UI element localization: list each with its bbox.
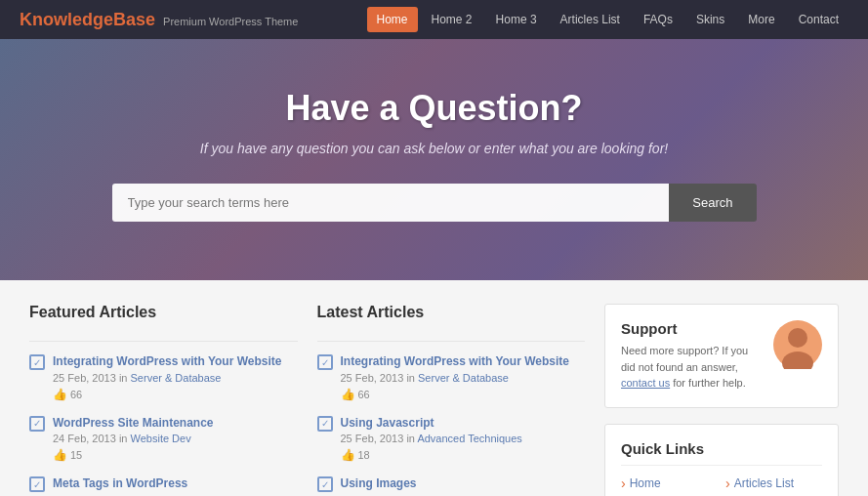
nav-item-skins[interactable]: Skins [686, 7, 734, 32]
article-content: Using Javascript 25 Feb, 2013 in Advance… [341, 415, 586, 463]
article-likes: 👍 18 [341, 448, 586, 462]
nav-item-home2[interactable]: Home 2 [422, 7, 482, 32]
nav-link-home3[interactable]: Home 3 [486, 7, 547, 32]
support-box: Support Need more support? If you did no… [604, 304, 839, 408]
article-meta: 24 Feb, 2013 in Website Dev [53, 433, 298, 444]
article-icon [29, 476, 45, 492]
logo-part1: Knowledge [20, 10, 113, 29]
nav-link-home[interactable]: Home [367, 7, 418, 32]
nav-link-skins[interactable]: Skins [686, 7, 734, 32]
article-title[interactable]: Integrating WordPress with Your Website [53, 354, 281, 368]
svg-point-1 [788, 328, 807, 348]
featured-divider [29, 341, 298, 342]
latest-title: Latest Articles [317, 304, 586, 327]
logo-part2: Base [113, 10, 155, 29]
nav-item-home3[interactable]: Home 3 [486, 7, 547, 32]
quick-links-grid: Home Articles List FAQs Contact [621, 475, 822, 497]
logo-tagline: Premium WordPress Theme [163, 16, 298, 27]
hero-subtitle: If you have any question you can ask bel… [200, 141, 668, 156]
right-column: Support Need more support? If you did no… [604, 304, 839, 496]
list-item: Integrating WordPress with Your Website … [317, 353, 586, 401]
quick-links-title: Quick Links [621, 440, 822, 466]
article-meta: 25 Feb, 2013 in Server & Database [341, 372, 586, 384]
support-text: Support Need more support? If you did no… [621, 320, 762, 392]
article-content: Integrating WordPress with Your Website … [341, 353, 586, 401]
hero-title: Have a Question? [285, 88, 582, 129]
search-bar: Search [112, 184, 757, 222]
article-icon [317, 476, 333, 492]
nav-link-faqs[interactable]: FAQs [634, 7, 682, 32]
thumbs-up-icon: 👍 [341, 388, 355, 401]
thumbs-up-icon: 👍 [53, 388, 67, 401]
article-category[interactable]: Server & Database [418, 372, 509, 384]
article-likes: 👍 15 [53, 448, 298, 462]
nav-item-contact[interactable]: Contact [789, 7, 848, 32]
article-icon [29, 354, 45, 370]
nav-link-home2[interactable]: Home 2 [422, 7, 482, 32]
article-meta: 25 Feb, 2013 in Server & Database [53, 372, 298, 384]
article-likes: 👍 66 [341, 388, 586, 401]
support-desc: Need more support? If you did not found … [621, 343, 762, 392]
latest-divider [317, 341, 586, 342]
article-content: Integrating WordPress with Your Website … [53, 353, 298, 401]
nav-item-more[interactable]: More [738, 7, 784, 32]
nav-item-faqs[interactable]: FAQs [634, 7, 682, 32]
article-category[interactable]: Website Dev [131, 433, 191, 444]
article-content: Meta Tags in WordPress 23 Feb, 2013 in W… [53, 475, 298, 496]
article-icon [317, 354, 333, 370]
article-meta: 25 Feb, 2013 in Advanced Techniques [341, 433, 586, 444]
nav-link-more[interactable]: More [738, 7, 784, 32]
quick-links-box: Quick Links Home Articles List FAQs Cont… [604, 424, 839, 497]
article-likes: 👍 66 [53, 388, 298, 401]
article-title[interactable]: Integrating WordPress with Your Website [341, 354, 569, 368]
list-item: Using Images 25 Feb, 2013 in Designing i… [317, 475, 586, 496]
featured-title: Featured Articles [29, 304, 298, 327]
thumbs-up-icon: 👍 [341, 448, 355, 462]
featured-section: Featured Articles Integrating WordPress … [29, 304, 298, 496]
article-content: WordPress Site Maintenance 24 Feb, 2013 … [53, 415, 298, 463]
hero-section: Have a Question? If you have any questio… [0, 39, 868, 280]
article-title[interactable]: Using Images [341, 476, 417, 490]
support-contact-link[interactable]: contact us [621, 377, 670, 389]
quick-link-home[interactable]: Home [621, 475, 718, 491]
nav-link-contact[interactable]: Contact [789, 7, 848, 32]
quick-link-articles[interactable]: Articles List [725, 475, 822, 491]
nav-link-articles[interactable]: Articles List [551, 7, 630, 32]
article-title[interactable]: WordPress Site Maintenance [53, 416, 214, 430]
nav-item-articles[interactable]: Articles List [551, 7, 630, 32]
support-title: Support [621, 320, 762, 337]
search-button[interactable]: Search [669, 184, 756, 222]
navbar: KnowledgeBase Premium WordPress Theme Ho… [0, 0, 868, 39]
nav-links: Home Home 2 Home 3 Articles List FAQs Sk… [367, 7, 849, 32]
avatar [773, 320, 822, 369]
latest-section: Latest Articles Integrating WordPress wi… [317, 304, 586, 496]
article-category[interactable]: Advanced Techniques [417, 433, 521, 444]
list-item: Using Javascript 25 Feb, 2013 in Advance… [317, 415, 586, 463]
main-content: Featured Articles Integrating WordPress … [0, 280, 868, 496]
list-item: Meta Tags in WordPress 23 Feb, 2013 in W… [29, 475, 298, 496]
nav-item-home[interactable]: Home [367, 7, 418, 32]
article-category[interactable]: Server & Database [131, 372, 222, 384]
thumbs-up-icon: 👍 [53, 448, 67, 462]
article-title[interactable]: Meta Tags in WordPress [53, 476, 187, 490]
article-icon [29, 416, 45, 432]
list-item: WordPress Site Maintenance 24 Feb, 2013 … [29, 415, 298, 463]
logo-text: KnowledgeBase [20, 10, 155, 30]
article-icon [317, 416, 333, 432]
article-title[interactable]: Using Javascript [341, 416, 434, 430]
list-item: Integrating WordPress with Your Website … [29, 353, 298, 401]
article-content: Using Images 25 Feb, 2013 in Designing i… [341, 475, 586, 496]
logo: KnowledgeBase Premium WordPress Theme [20, 10, 298, 30]
search-input[interactable] [112, 184, 670, 222]
